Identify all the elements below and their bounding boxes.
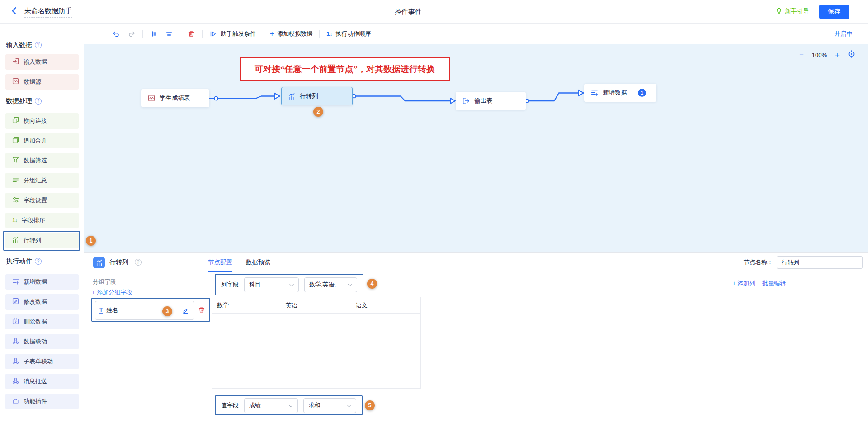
node-row-to-column[interactable]: 行转列 — [281, 87, 353, 105]
flow-canvas[interactable]: − 100% + 可对接“任意一个前置节点”，对其数据进行转换 学生成绩表 行转… — [84, 44, 868, 252]
help-icon[interactable]: ? — [35, 258, 42, 265]
node-output-table[interactable]: 输出表 — [456, 92, 526, 110]
sidebar-item-field-sort[interactable]: 1↓ 字段排序 — [5, 213, 79, 228]
add-group-field-link[interactable]: + 添加分组字段 — [92, 288, 132, 296]
node-name-group: 节点名称： — [744, 256, 863, 269]
top-bar: 未命名数据助手 控件事件 新手引导 保存 — [0, 0, 868, 24]
help-icon[interactable]: ? — [35, 98, 42, 105]
save-button[interactable]: 保存 — [819, 5, 849, 19]
step-badge-1: 1 — [86, 236, 96, 246]
data-linkage-icon — [12, 338, 19, 346]
table-column — [281, 314, 351, 388]
datasource-icon — [148, 95, 155, 102]
step-badge-3: 3 — [162, 306, 172, 316]
column-field-select[interactable]: 科目 — [244, 277, 299, 292]
sidebar-item-plugin[interactable]: 功能插件 — [5, 394, 79, 409]
row-to-column-icon — [288, 93, 295, 100]
toolbar-divider — [180, 30, 180, 38]
group-field-input[interactable]: T 姓名 — [95, 301, 194, 320]
node-name-label: 节点名称： — [744, 258, 773, 267]
group-fields-pane: 分组字段 + 添加分组字段 T 姓名 3 — [84, 272, 212, 424]
beginner-guide-button[interactable]: 新手引导 — [775, 7, 809, 15]
step-badge-4: 4 — [367, 279, 377, 289]
column-header: 英语 — [281, 297, 351, 313]
trash-icon — [198, 306, 205, 314]
status-toggle[interactable]: 开启中 — [835, 30, 853, 38]
panel-tabs: 节点配置 数据预览 — [208, 253, 270, 272]
add-mock-data-button[interactable]: + 添加模拟数据 — [270, 30, 312, 38]
delete-data-icon — [12, 318, 19, 326]
field-settings-icon — [12, 196, 19, 205]
add-column-link[interactable]: + 添加列 — [732, 279, 755, 287]
back-icon[interactable] — [10, 6, 21, 17]
zoom-level: 100% — [812, 52, 827, 58]
pivot-config-pane: 列字段 科目 数学,英语,... 4 + 添加列 批量编辑 数学 英语 语文 — [212, 272, 868, 424]
sidebar-item-append-merge[interactable]: 追加合并 — [5, 133, 79, 148]
sidebar-item-horizontal-join[interactable]: 横向连接 — [5, 113, 79, 129]
delete-field-button[interactable] — [198, 306, 206, 314]
sidebar-item-delete-data[interactable]: 删除数据 — [5, 314, 79, 329]
redo-icon[interactable] — [127, 30, 136, 38]
undo-icon[interactable] — [112, 30, 120, 38]
lightbulb-icon — [775, 8, 783, 15]
sidebar-item-data-linkage[interactable]: 数据联动 — [5, 334, 79, 349]
sidebar-item-add-data[interactable]: 新增数据 — [5, 274, 79, 290]
sidebar-item-modify-data[interactable]: 修改数据 — [5, 294, 79, 310]
group-fields-title: 分组字段 — [93, 278, 116, 286]
batch-edit-link[interactable]: 批量编辑 — [762, 279, 786, 287]
zoom-out-icon[interactable]: − — [799, 51, 804, 59]
column-header: 语文 — [351, 297, 421, 313]
sidebar-item-field-settings[interactable]: 字段设置 — [5, 193, 79, 208]
sidebar-item-data-filter[interactable]: 数据筛选 — [5, 153, 79, 168]
trigger-icon — [209, 30, 217, 38]
node-add-data[interactable]: 新增数据 1 — [584, 84, 656, 102]
row-to-column-icon — [12, 236, 19, 244]
panel-node-title: 行转列 — [109, 258, 128, 267]
connection-wires — [84, 44, 868, 252]
edit-field-button[interactable] — [177, 301, 194, 319]
align-vertical-icon[interactable] — [150, 30, 158, 38]
canvas-zoom-controls: − 100% + — [799, 50, 855, 59]
locate-icon[interactable] — [848, 50, 855, 59]
sidebar-item-row-to-column[interactable]: 行转列 — [5, 233, 79, 248]
sidebar-item-datasource[interactable]: 数据源 — [5, 74, 79, 90]
action-order-button[interactable]: 1↓ 执行动作顺序 — [326, 30, 371, 38]
preview-table-header: 数学 英语 语文 — [212, 297, 421, 314]
column-field-label: 列字段 — [221, 281, 239, 289]
value-field-select[interactable]: 成绩 — [244, 398, 298, 413]
tab-data-preview[interactable]: 数据预览 — [246, 253, 270, 272]
datasource-icon — [12, 78, 19, 86]
sidebar-item-subform-linkage[interactable]: 子表单联动 — [5, 354, 79, 369]
table-column — [212, 314, 281, 388]
help-icon[interactable]: ? — [35, 42, 42, 48]
tab-node-config[interactable]: 节点配置 — [208, 253, 232, 272]
group-field-row: T 姓名 3 — [91, 298, 210, 322]
sidebar-item-message-push[interactable]: 消息推送 — [5, 374, 79, 389]
align-horizontal-icon[interactable] — [165, 30, 173, 38]
modify-data-icon — [12, 298, 19, 306]
append-merge-icon — [12, 137, 19, 145]
toolbar-divider — [263, 30, 263, 38]
horizontal-join-icon — [12, 117, 19, 125]
sidebar: 输入数据 ? 输入数据 数据源 数据处理 ? 横向连接 追加合并 数据筛选 分组… — [0, 24, 84, 424]
sidebar-item-group-summary[interactable]: 分组汇总 — [5, 173, 79, 188]
zoom-in-icon[interactable]: + — [835, 51, 840, 59]
step-badge-5: 5 — [365, 400, 375, 410]
node-name-input[interactable] — [777, 256, 863, 269]
aggregation-select[interactable]: 求和 — [303, 398, 356, 413]
column-values-select[interactable]: 数学,英语,... — [304, 277, 357, 292]
node-count-badge: 1 — [638, 89, 646, 97]
sidebar-item-input-data[interactable]: 输入数据 — [5, 54, 79, 70]
column-field-row: 列字段 科目 数学,英语,... — [215, 274, 363, 295]
chevron-down-icon — [289, 282, 294, 286]
help-icon[interactable]: ? — [135, 259, 142, 266]
app-title[interactable]: 未命名数据助手 — [24, 7, 72, 18]
delete-node-icon[interactable] — [187, 30, 195, 38]
trigger-condition-button[interactable]: 助手触发条件 — [209, 30, 256, 38]
value-field-label: 值字段 — [221, 401, 239, 410]
section-header-input-data: 输入数据 ? — [6, 41, 42, 49]
subform-linkage-icon — [12, 357, 19, 366]
node-student-scores[interactable]: 学生成绩表 — [141, 89, 209, 107]
section-header-data-processing: 数据处理 ? — [6, 97, 42, 105]
toolbar-divider — [319, 30, 320, 38]
